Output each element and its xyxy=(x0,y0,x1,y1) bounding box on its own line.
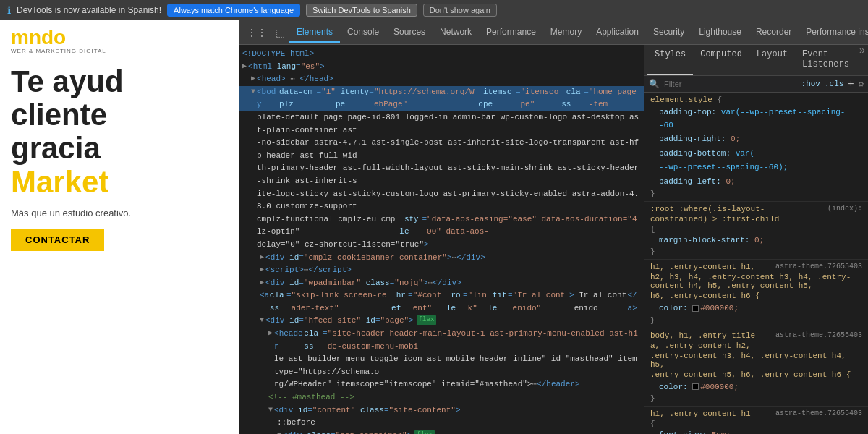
tab-lighthouse[interactable]: Lighthouse xyxy=(692,22,749,43)
html-line-header-cont: le ast-builder-menu-toggle-icon ast-mobi… xyxy=(239,353,644,378)
styles-panel[interactable]: Styles Computed Layout Event Listeners »… xyxy=(644,45,868,434)
rule-selector: body, h1, .entry-title astra-theme.72655… xyxy=(650,331,862,340)
html-line-cmplz: ▶<div id="cmplz-cookiebanner-container">… xyxy=(239,252,644,265)
subtab-event-listeners[interactable]: Event Listeners xyxy=(795,45,856,75)
rule-selector-cont: constrained) > :first-child xyxy=(650,215,862,224)
html-line-masthead-comment: <!-- #masthead --> xyxy=(239,391,644,404)
logo-highlight: m xyxy=(11,26,29,48)
rule-property-line: padding-left: 0; xyxy=(650,175,862,190)
hero-area: Te ayud cliente gracia Market Más que un… xyxy=(0,58,239,258)
html-line-header-cont2: rg/WPHeader" itemscope="itemscope" itemi… xyxy=(239,378,644,391)
html-line-head: ▶<head> ⋯ </head> xyxy=(239,73,644,86)
html-line-script: ▶<script>⋯</script> xyxy=(239,264,644,277)
tab-security[interactable]: Security xyxy=(646,22,692,43)
tab-performance[interactable]: Performance xyxy=(479,22,543,43)
rule-property-line: padding-top: var(--wp--preset--spacing--… xyxy=(650,106,862,132)
hero-line3: gracia xyxy=(11,132,228,165)
tab-memory[interactable]: Memory xyxy=(543,22,589,43)
filter-plus-icon[interactable]: + xyxy=(848,78,854,90)
notification-text: DevTools is now available in Spanish! xyxy=(17,5,161,15)
hero-title: Te ayud cliente gracia Market xyxy=(11,65,228,199)
html-line-body-cont5: cmplz-functional cmplz-eu cmplz-optin" s… xyxy=(239,213,644,239)
match-language-button[interactable]: Always match Chrome's language xyxy=(167,4,300,17)
devtools-tabs: ⋮⋮ ⬚ Elements Console Sources Network Pe… xyxy=(239,20,868,45)
filter-icon: 🔍 xyxy=(649,79,660,90)
info-icon: ℹ xyxy=(7,4,11,16)
tab-performance-insights[interactable]: Performance insights xyxy=(799,22,868,43)
tab-application[interactable]: Application xyxy=(589,22,646,43)
dont-show-button[interactable]: Don't show again xyxy=(423,4,497,17)
devtools-content: <!DOCTYPE html> ▶<html lang="es"> ▶<head… xyxy=(239,45,868,434)
tab-elements[interactable]: Elements xyxy=(289,22,340,43)
tab-console[interactable]: Console xyxy=(340,22,386,43)
rule-selector-cont: a, .entry-content h2, xyxy=(650,341,862,350)
logo-text: ndo xyxy=(29,26,66,48)
rule-selector: h1, .entry-content h1 astra-theme.726554… xyxy=(650,409,862,418)
rule-selector-cont2: h6, .entry-content h6 { xyxy=(650,292,862,300)
main-area: mndo WER & MARKETING DIGITAL Te ayud cli… xyxy=(0,20,868,434)
html-line-body-cont6: delay="0" cz-shortcut-listen="true"> xyxy=(239,239,644,252)
rule-property-line: padding-right: 0; xyxy=(650,132,862,147)
style-rule-h1-font: h1, .entry-content h1 astra-theme.726554… xyxy=(644,407,868,434)
logo-area: mndo WER & MARKETING DIGITAL xyxy=(0,20,239,58)
rule-selector: element.style { xyxy=(650,95,862,104)
html-line-body-cont4: ite-logo-sticky ast-sticky-custom-logo a… xyxy=(239,188,644,213)
rule-property-line: color: #000000; xyxy=(650,380,862,395)
html-line-before: ::before xyxy=(239,417,644,430)
html-line-header: ▶<header class="site-header header-main-… xyxy=(239,328,644,353)
devtools-panel: ⋮⋮ ⬚ Elements Console Sources Network Pe… xyxy=(239,20,868,434)
subtab-layout[interactable]: Layout xyxy=(749,45,795,75)
website-preview: mndo WER & MARKETING DIGITAL Te ayud cli… xyxy=(0,20,239,434)
styles-filter-bar: 🔍 :hov .cls + ⚙ xyxy=(644,76,868,93)
style-rule-element: element.style { padding-top: var(--wp--p… xyxy=(644,93,868,202)
tab-sources[interactable]: Sources xyxy=(386,22,433,43)
rule-property-line: font-size: 5em; xyxy=(650,428,862,434)
html-line-hfeed: ▼<div id="hfeed site" id="page">flex xyxy=(239,315,644,328)
contactar-button[interactable]: CONTACTAR xyxy=(11,229,104,251)
rule-selector: :root :where(.is-layout- (index): xyxy=(650,205,862,213)
subtab-computed[interactable]: Computed xyxy=(693,45,749,75)
hero-line1: Te ayud xyxy=(11,65,228,98)
html-line-body[interactable]: ▼<body data-cmplz="1" itemtype="https://… xyxy=(239,86,644,111)
html-line-body-cont2: -no-sidebar astra-4.7.1 ast-single-post … xyxy=(239,137,644,162)
styles-subtabs: Styles Computed Layout Event Listeners » xyxy=(644,45,868,76)
rule-selector-cont3: .entry-content h5, h6, .entry-content h6… xyxy=(650,370,862,379)
hero-line2: cliente xyxy=(11,98,228,132)
tab-recorder[interactable]: Recorder xyxy=(749,22,799,43)
filter-settings-icon[interactable]: ⚙ xyxy=(859,79,864,90)
switch-devtools-button[interactable]: Switch DevTools to Spanish xyxy=(306,4,417,17)
subtab-styles[interactable]: Styles xyxy=(647,45,693,75)
html-line-skip: <a class="skip-link screen-reader-text" … xyxy=(239,289,644,315)
logo-subtitle: WER & MARKETING DIGITAL xyxy=(11,48,228,54)
rule-property-line: color: #000000; xyxy=(650,302,862,316)
logo: mndo xyxy=(11,27,228,48)
html-line-wpadmin: ▶<div id="wpadminbar" class="nojq">⋯</di… xyxy=(239,277,644,290)
hero-line4: Market xyxy=(11,166,228,199)
filter-cls[interactable]: .cls xyxy=(825,80,843,88)
style-rule-body-color: body, h1, .entry-title astra-theme.72655… xyxy=(644,328,868,407)
rule-property-line: padding-bottom: var( xyxy=(650,147,862,161)
styles-more-icon[interactable]: » xyxy=(856,45,868,75)
html-line-body-cont3: th-primary-header ast-full-width-layout … xyxy=(239,162,644,187)
devtools-notification: ℹ DevTools is now available in Spanish! … xyxy=(0,0,868,20)
style-rule-h1-color: h1, .entry-content h1, astra-theme.72655… xyxy=(644,260,868,328)
hero-subtitle: Más que un estudio creativo. xyxy=(11,208,228,218)
html-line-site-content: ▼<div id="content" class="site-content"> xyxy=(239,404,644,417)
filter-input[interactable] xyxy=(664,80,797,88)
filter-hov[interactable]: :hov xyxy=(801,80,820,88)
devtools-inspect-icon[interactable]: ⬚ xyxy=(271,27,289,38)
devtools-dock-icon[interactable]: ⋮⋮ xyxy=(242,27,271,38)
tab-network[interactable]: Network xyxy=(433,22,479,43)
html-line-ast-container: ▼<div class="ast-container">flex xyxy=(239,430,644,434)
style-rule-root: :root :where(.is-layout- (index): constr… xyxy=(644,202,868,260)
html-line-html: ▶<html lang="es"> xyxy=(239,61,644,74)
html-line-doctype: <!DOCTYPE html> xyxy=(239,48,644,61)
rule-selector-cont2: .entry-content h3, h4, .entry-content h4… xyxy=(650,352,862,369)
html-panel[interactable]: <!DOCTYPE html> ▶<html lang="es"> ▶<head… xyxy=(239,45,644,434)
rule-selector-cont: h2, h3, h4, .entry-content h3, h4, .entr… xyxy=(650,273,862,290)
rule-selector: h1, .entry-content h1, astra-theme.72655… xyxy=(650,263,862,271)
rule-property-line: margin-block-start: 0; xyxy=(650,234,862,248)
html-line-body-cont: plate-default page page-id-801 logged-in… xyxy=(239,111,644,137)
rule-property-line: --wp--preset--spacing--60); xyxy=(650,161,862,175)
